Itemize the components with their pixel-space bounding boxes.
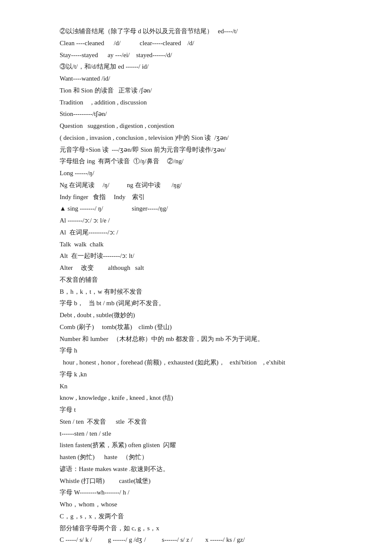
text-line: hasten (匆忙) haste （匆忙） [60, 451, 341, 463]
text-line: Talk walk chalk [60, 239, 341, 251]
text-line: Want----wanted /id/ [60, 73, 341, 85]
text-line: ( decision , invasion , conclusion , tel… [60, 132, 341, 144]
text-line: 字母 b， 当 bt / mb (词尾)时不发音。 [60, 298, 341, 309]
text-line: listen fasten(挤紧，系紧) often glisten 闪耀 [60, 439, 341, 451]
text-line: Stion---------/tʃən/ [60, 108, 341, 120]
text-line: Alt 在一起时读--------/ɔː lt/ [60, 250, 341, 262]
text-line: 字母 k ,kn [60, 369, 341, 381]
text-line: 字母 t [60, 404, 341, 416]
text-line: 部分辅音字母两个音，如 c, g，s，x [60, 523, 341, 535]
text-line: Kn [60, 381, 341, 393]
text-line: ▲ sing -------/ ŋ/ singer-----/ŋg/ [60, 203, 341, 215]
text-line: Ng 在词尾读 /ŋ/ ng 在词中读 /ŋg/ [60, 179, 341, 191]
text-line: 字母 h [60, 345, 341, 357]
text-line: know , knowledge , knife , kneed , knot … [60, 392, 341, 404]
text-line: Debt , doubt , subtle(微妙的) [60, 309, 341, 321]
text-line: 字母 W--------wh-------/ h / [60, 487, 341, 499]
text-line: ②以浊辅音结尾（除了字母 d 以外以及元音音节结尾） ed----/t/ [60, 26, 341, 38]
text-line: Indy finger 食指 Indy 索引 [60, 191, 341, 203]
text-line: Who，whom，whose [60, 499, 341, 511]
text-line: C，g，s，x，发两个音 [60, 511, 341, 523]
text-line: Tradition , addition , discussion [60, 97, 341, 109]
text-line: Whistle (打口哨) castle(城堡) [60, 475, 341, 487]
text-line: Alter 改变 although salt [60, 262, 341, 274]
text-line: Number 和 lumber （木材总称）中的 mb 都发音，因为 mb 不为… [60, 333, 341, 345]
text-line: hour , honest , honor , forehead (前额)，ex… [60, 357, 341, 369]
text-line: B，h，k，t，w 有时候不发音 [60, 286, 341, 298]
text-line: 字母组合 ing 有两个读音 ①/ŋ/鼻音 ②/ng/ [60, 156, 341, 168]
main-content: ②以浊辅音结尾（除了字母 d 以外以及元音音节结尾） ed----/t/Clea… [60, 26, 341, 546]
text-line: Clean ----cleaned /d/ clear-----cleared … [60, 38, 341, 49]
text-line: Stay-----stayed ay ---/ei/ stayed------/… [60, 49, 341, 61]
text-line: ③以/t/，和/d/结尾加 ed ------/ id/ [60, 61, 341, 73]
text-line: Al -------/ɔː/ ɔ: l/e / [60, 215, 341, 227]
text-line: 元音字母+Sion 读 ---/ʒən/即 Sion 前为元音字母时读作/ʒən… [60, 144, 341, 156]
text-line: C -----/ s/ k / g ------/ g /dʒ / s-----… [60, 534, 341, 546]
text-line: Question suggestion , digestion , conjes… [60, 120, 341, 132]
text-line: Long ------/ŋ/ [60, 168, 341, 179]
text-line: Comb (刷子) tomb(坟墓) climb (登山) [60, 321, 341, 333]
text-line: 不发音的辅音 [60, 274, 341, 286]
text-line: 谚语：Haste makes waste .欲速则不达。 [60, 463, 341, 475]
text-line: Sten / ten 不发音 stle 不发音 [60, 416, 341, 428]
text-line: Tion 和 Sion 的读音 正常读 /ʃən/ [60, 85, 341, 97]
text-line: t------sten / ten / stle [60, 428, 341, 440]
text-line: Al 在词尾---------/ɔː / [60, 227, 341, 239]
